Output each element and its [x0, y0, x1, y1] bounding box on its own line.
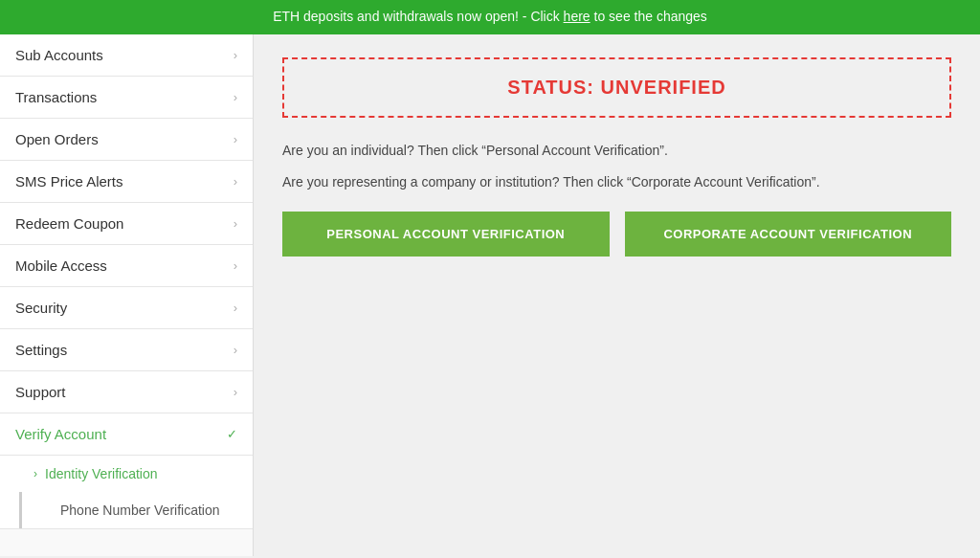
sidebar-item-redeem-coupon[interactable]: Redeem Coupon › [0, 203, 253, 245]
sidebar-label: Settings [15, 342, 67, 358]
sidebar-item-transactions[interactable]: Transactions › [0, 77, 253, 119]
chevron-right-icon: › [234, 174, 237, 189]
info-line-2: Are you representing a company or instit… [282, 172, 951, 192]
sidebar-item-settings[interactable]: Settings › [0, 329, 253, 371]
sidebar-label: Sub Accounts [15, 47, 103, 63]
sidebar-item-support[interactable]: Support › [0, 371, 253, 413]
sidebar-item-sms-price-alerts[interactable]: SMS Price Alerts › [0, 161, 253, 203]
sidebar-label: Mobile Access [15, 257, 107, 274]
personal-account-verification-button[interactable]: PERSONAL ACCOUNT VERIFICATION [282, 212, 610, 257]
sidebar-label: SMS Price Alerts [15, 173, 123, 190]
sidebar-label: Verify Account [15, 426, 106, 442]
chevron-right-icon: › [234, 301, 237, 315]
sidebar-label: Security [15, 300, 67, 316]
sidebar: Sub Accounts › Transactions › Open Order… [0, 34, 254, 556]
sidebar-item-security[interactable]: Security › [0, 287, 253, 329]
sidebar-label: Transactions [15, 89, 97, 105]
chevron-right-icon: › [234, 385, 237, 399]
chevron-right-icon: › [234, 90, 237, 104]
sidebar-submenu: › Identity Verification Phone Number Ver… [0, 456, 253, 529]
sidebar-label: Support [15, 384, 66, 400]
chevron-right-icon: › [234, 343, 237, 357]
sidebar-sub-item-phone-number-verification[interactable]: Phone Number Verification [19, 492, 253, 528]
banner-text-after: to see the changes [590, 9, 707, 24]
sidebar-sub-item-identity-verification[interactable]: › Identity Verification [0, 456, 253, 492]
main-content: STATUS: UNVERIFIED Are you an individual… [254, 34, 980, 556]
corporate-account-verification-button[interactable]: CORPORATE ACCOUNT VERIFICATION [625, 212, 952, 257]
sidebar-item-open-orders[interactable]: Open Orders › [0, 119, 253, 161]
chevron-right-icon: › [234, 216, 237, 231]
status-box: STATUS: UNVERIFIED [282, 57, 951, 118]
sub-item-label: Phone Number Verification [60, 502, 220, 518]
sidebar-label: Open Orders [15, 131, 99, 147]
sidebar-item-mobile-access[interactable]: Mobile Access › [0, 245, 253, 287]
chevron-right-icon: › [234, 132, 237, 146]
sub-item-label: Identity Verification [45, 466, 158, 481]
banner-link[interactable]: here [564, 9, 590, 24]
chevron-right-icon: › [234, 48, 237, 62]
chevron-right-icon: › [33, 467, 37, 480]
top-banner: ETH deposits and withdrawals now open! -… [0, 0, 980, 34]
info-line-1: Are you an individual? Then click “Perso… [282, 141, 951, 161]
chevron-right-icon: › [234, 258, 237, 273]
sidebar-item-verify-account[interactable]: Verify Account ✓ [0, 413, 253, 456]
status-text: STATUS: UNVERIFIED [507, 77, 725, 98]
sidebar-label: Redeem Coupon [15, 215, 123, 232]
banner-text: ETH deposits and withdrawals now open! -… [273, 9, 563, 24]
chevron-down-icon: ✓ [227, 427, 237, 441]
sidebar-item-sub-accounts[interactable]: Sub Accounts › [0, 34, 253, 77]
verification-buttons: PERSONAL ACCOUNT VERIFICATION CORPORATE … [282, 212, 951, 257]
